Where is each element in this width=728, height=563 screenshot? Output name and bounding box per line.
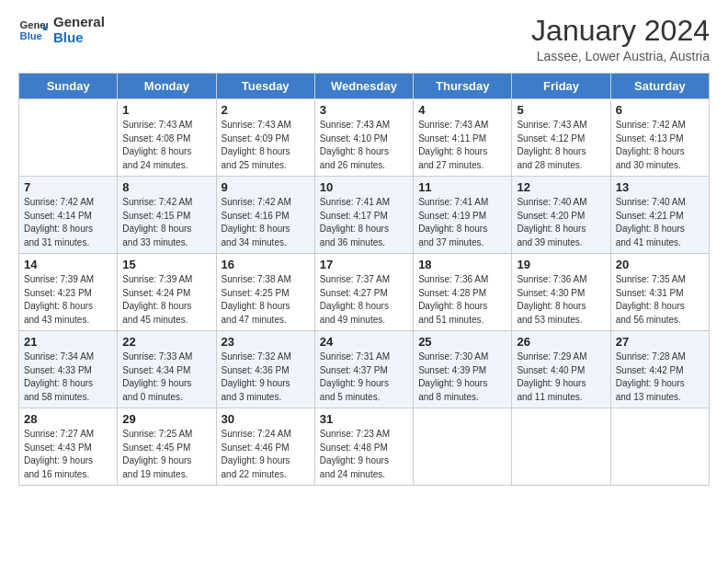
- calendar-cell: 31Sunrise: 7:23 AM Sunset: 4:48 PM Dayli…: [314, 408, 413, 486]
- day-info: Sunrise: 7:42 AM Sunset: 4:13 PM Dayligh…: [616, 119, 704, 172]
- calendar-cell: 27Sunrise: 7:28 AM Sunset: 4:42 PM Dayli…: [610, 331, 709, 408]
- logo-line2: Blue: [53, 30, 105, 46]
- calendar-cell: 18Sunrise: 7:36 AM Sunset: 4:28 PM Dayli…: [414, 254, 512, 331]
- logo-line1: General: [53, 15, 105, 30]
- day-number: 12: [517, 180, 605, 194]
- calendar-cell: 1Sunrise: 7:43 AM Sunset: 4:08 PM Daylig…: [118, 99, 216, 177]
- calendar-cell: 5Sunrise: 7:43 AM Sunset: 4:12 PM Daylig…: [512, 99, 610, 177]
- calendar-table: SundayMondayTuesdayWednesdayThursdayFrid…: [18, 73, 710, 486]
- calendar-cell: 4Sunrise: 7:43 AM Sunset: 4:11 PM Daylig…: [414, 99, 512, 177]
- week-row-0: 1Sunrise: 7:43 AM Sunset: 4:08 PM Daylig…: [19, 99, 710, 177]
- day-number: 29: [122, 412, 210, 426]
- day-info: Sunrise: 7:39 AM Sunset: 4:24 PM Dayligh…: [122, 273, 210, 327]
- day-info: Sunrise: 7:23 AM Sunset: 4:48 PM Dayligh…: [320, 428, 408, 481]
- day-number: 4: [418, 103, 506, 117]
- weekday-header: SundayMondayTuesdayWednesdayThursdayFrid…: [19, 74, 710, 99]
- calendar-cell: 10Sunrise: 7:41 AM Sunset: 4:17 PM Dayli…: [314, 177, 413, 254]
- calendar-cell: 23Sunrise: 7:32 AM Sunset: 4:36 PM Dayli…: [216, 331, 314, 408]
- weekday-header-monday: Monday: [118, 74, 216, 99]
- day-number: 7: [24, 180, 112, 194]
- calendar-cell: 11Sunrise: 7:41 AM Sunset: 4:19 PM Dayli…: [414, 177, 512, 254]
- day-number: 9: [222, 180, 310, 194]
- day-number: 5: [517, 103, 605, 117]
- day-info: Sunrise: 7:28 AM Sunset: 4:42 PM Dayligh…: [616, 350, 704, 404]
- weekday-header-thursday: Thursday: [414, 74, 512, 99]
- week-row-2: 14Sunrise: 7:39 AM Sunset: 4:23 PM Dayli…: [19, 254, 710, 331]
- title-area: January 2024 Lassee, Lower Austria, Aust…: [531, 15, 710, 63]
- day-number: 17: [320, 258, 408, 271]
- month-title: January 2024: [531, 15, 710, 47]
- logo-icon: General Blue: [18, 16, 48, 45]
- day-info: Sunrise: 7:38 AM Sunset: 4:25 PM Dayligh…: [222, 273, 310, 327]
- day-number: 2: [222, 103, 310, 117]
- day-number: 6: [616, 103, 704, 117]
- calendar-cell: 26Sunrise: 7:29 AM Sunset: 4:40 PM Dayli…: [512, 331, 610, 408]
- day-info: Sunrise: 7:43 AM Sunset: 4:12 PM Dayligh…: [517, 119, 605, 172]
- day-number: 28: [24, 412, 112, 426]
- day-number: 1: [122, 103, 210, 117]
- day-info: Sunrise: 7:25 AM Sunset: 4:45 PM Dayligh…: [122, 428, 210, 481]
- week-row-4: 28Sunrise: 7:27 AM Sunset: 4:43 PM Dayli…: [19, 408, 710, 486]
- day-info: Sunrise: 7:33 AM Sunset: 4:34 PM Dayligh…: [122, 350, 210, 404]
- day-number: 27: [616, 335, 704, 349]
- day-info: Sunrise: 7:43 AM Sunset: 4:10 PM Dayligh…: [320, 119, 408, 172]
- weekday-header-tuesday: Tuesday: [216, 74, 314, 99]
- day-number: 31: [320, 412, 408, 426]
- day-number: 3: [320, 103, 408, 117]
- day-number: 30: [222, 412, 310, 426]
- calendar-cell: 28Sunrise: 7:27 AM Sunset: 4:43 PM Dayli…: [19, 408, 118, 486]
- calendar-cell: 17Sunrise: 7:37 AM Sunset: 4:27 PM Dayli…: [314, 254, 413, 331]
- calendar-cell: 20Sunrise: 7:35 AM Sunset: 4:31 PM Dayli…: [610, 254, 709, 331]
- header-area: General Blue General Blue January 2024 L…: [18, 15, 710, 63]
- calendar-cell: 15Sunrise: 7:39 AM Sunset: 4:24 PM Dayli…: [118, 254, 216, 331]
- day-number: 13: [616, 180, 704, 194]
- day-info: Sunrise: 7:43 AM Sunset: 4:09 PM Dayligh…: [222, 119, 310, 172]
- day-number: 11: [418, 180, 506, 194]
- day-info: Sunrise: 7:29 AM Sunset: 4:40 PM Dayligh…: [517, 350, 605, 404]
- day-number: 18: [418, 258, 506, 271]
- weekday-header-sunday: Sunday: [19, 74, 118, 99]
- calendar-cell: 24Sunrise: 7:31 AM Sunset: 4:37 PM Dayli…: [314, 331, 413, 408]
- calendar-cell: 13Sunrise: 7:40 AM Sunset: 4:21 PM Dayli…: [610, 177, 709, 254]
- calendar-cell: 22Sunrise: 7:33 AM Sunset: 4:34 PM Dayli…: [118, 331, 216, 408]
- calendar-cell: [610, 408, 709, 486]
- calendar-cell: 25Sunrise: 7:30 AM Sunset: 4:39 PM Dayli…: [414, 331, 512, 408]
- day-number: 10: [320, 180, 408, 194]
- calendar-cell: [414, 408, 512, 486]
- weekday-header-friday: Friday: [512, 74, 610, 99]
- day-info: Sunrise: 7:27 AM Sunset: 4:43 PM Dayligh…: [24, 428, 112, 481]
- day-number: 24: [320, 335, 408, 349]
- calendar-cell: 7Sunrise: 7:42 AM Sunset: 4:14 PM Daylig…: [19, 177, 118, 254]
- day-info: Sunrise: 7:32 AM Sunset: 4:36 PM Dayligh…: [222, 350, 310, 404]
- calendar-cell: 30Sunrise: 7:24 AM Sunset: 4:46 PM Dayli…: [216, 408, 314, 486]
- day-info: Sunrise: 7:41 AM Sunset: 4:19 PM Dayligh…: [418, 196, 506, 249]
- calendar-cell: [19, 99, 118, 177]
- calendar-cell: 3Sunrise: 7:43 AM Sunset: 4:10 PM Daylig…: [314, 99, 413, 177]
- day-info: Sunrise: 7:34 AM Sunset: 4:33 PM Dayligh…: [24, 350, 112, 404]
- day-info: Sunrise: 7:24 AM Sunset: 4:46 PM Dayligh…: [222, 428, 310, 481]
- calendar-cell: 8Sunrise: 7:42 AM Sunset: 4:15 PM Daylig…: [118, 177, 216, 254]
- day-info: Sunrise: 7:39 AM Sunset: 4:23 PM Dayligh…: [24, 273, 112, 327]
- week-row-3: 21Sunrise: 7:34 AM Sunset: 4:33 PM Dayli…: [19, 331, 710, 408]
- calendar-cell: 9Sunrise: 7:42 AM Sunset: 4:16 PM Daylig…: [216, 177, 314, 254]
- day-info: Sunrise: 7:42 AM Sunset: 4:16 PM Dayligh…: [222, 196, 310, 249]
- calendar-cell: [512, 408, 610, 486]
- location-title: Lassee, Lower Austria, Austria: [531, 49, 710, 63]
- day-info: Sunrise: 7:41 AM Sunset: 4:17 PM Dayligh…: [320, 196, 408, 249]
- calendar-cell: 2Sunrise: 7:43 AM Sunset: 4:09 PM Daylig…: [216, 99, 314, 177]
- calendar-cell: 6Sunrise: 7:42 AM Sunset: 4:13 PM Daylig…: [610, 99, 709, 177]
- calendar-cell: 14Sunrise: 7:39 AM Sunset: 4:23 PM Dayli…: [19, 254, 118, 331]
- day-info: Sunrise: 7:36 AM Sunset: 4:30 PM Dayligh…: [517, 273, 605, 327]
- calendar-body: 1Sunrise: 7:43 AM Sunset: 4:08 PM Daylig…: [19, 99, 710, 486]
- calendar-cell: 21Sunrise: 7:34 AM Sunset: 4:33 PM Dayli…: [19, 331, 118, 408]
- day-number: 21: [24, 335, 112, 349]
- calendar-cell: 12Sunrise: 7:40 AM Sunset: 4:20 PM Dayli…: [512, 177, 610, 254]
- day-number: 15: [122, 258, 210, 271]
- calendar-cell: 19Sunrise: 7:36 AM Sunset: 4:30 PM Dayli…: [512, 254, 610, 331]
- logo: General Blue General Blue: [18, 15, 105, 45]
- day-info: Sunrise: 7:40 AM Sunset: 4:21 PM Dayligh…: [616, 196, 704, 249]
- day-info: Sunrise: 7:37 AM Sunset: 4:27 PM Dayligh…: [320, 273, 408, 327]
- day-info: Sunrise: 7:31 AM Sunset: 4:37 PM Dayligh…: [320, 350, 408, 404]
- day-info: Sunrise: 7:43 AM Sunset: 4:11 PM Dayligh…: [418, 119, 506, 172]
- day-number: 25: [418, 335, 506, 349]
